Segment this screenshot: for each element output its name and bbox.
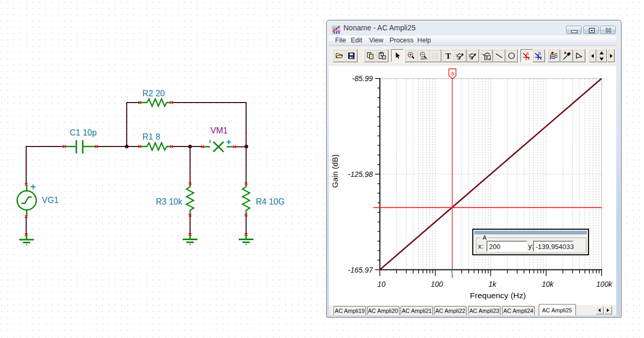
svg-text:-165.97: -165.97 (348, 266, 374, 274)
svg-text:a: a (451, 70, 454, 76)
svg-text:a: a (526, 51, 529, 56)
svg-text:T: T (457, 57, 460, 60)
svg-text:b: b (538, 51, 541, 56)
svg-text:100: 100 (431, 280, 443, 288)
svg-text:1k: 1k (488, 280, 497, 288)
svg-text:100k: 100k (596, 280, 613, 288)
svg-text:100%: 100% (420, 57, 427, 60)
svg-text:-125.98: -125.98 (348, 170, 373, 178)
svg-text:x: x (488, 57, 490, 60)
svg-text:VM1: VM1 (210, 126, 228, 135)
svg-text:R3 10k: R3 10k (156, 197, 183, 206)
svg-text:R4 10G: R4 10G (256, 197, 285, 206)
svg-text:C1 10p: C1 10p (70, 128, 97, 137)
svg-text:Gain (dB): Gain (dB) (330, 154, 339, 188)
svg-text:10k: 10k (542, 280, 554, 288)
svg-text:R2 20: R2 20 (142, 89, 165, 98)
svg-text:VG1: VG1 (42, 196, 59, 205)
svg-text:10: 10 (377, 280, 386, 288)
svg-text:R1 8: R1 8 (142, 132, 160, 141)
svg-text:T: T (446, 51, 451, 60)
svg-text:?: ? (469, 56, 471, 60)
svg-text:-85.99: -85.99 (352, 74, 373, 83)
svg-text:Frequency (Hz): Frequency (Hz) (470, 291, 526, 300)
